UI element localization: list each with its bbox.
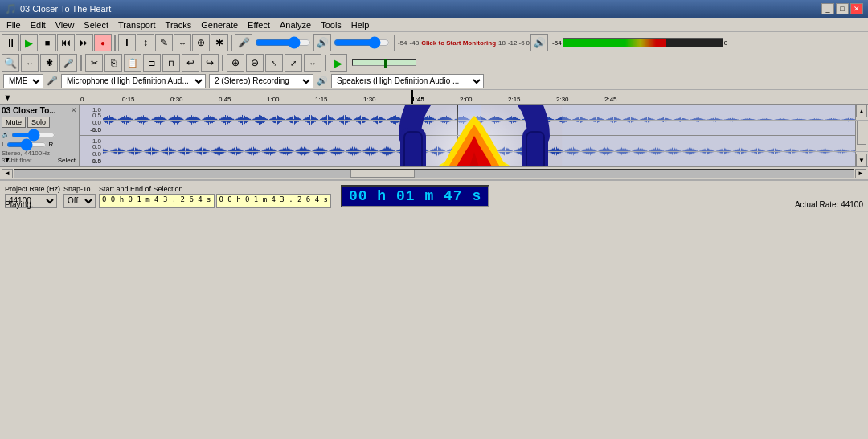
play-button[interactable]: ▶ xyxy=(20,34,38,51)
input-gain-slider[interactable] xyxy=(255,39,311,46)
vertical-scrollbar[interactable]: ▲ ▼ xyxy=(855,105,868,166)
toolbar-separator-3 xyxy=(394,35,395,51)
scale-neg1.0-top: -1.0 xyxy=(80,126,103,133)
track-area-container: ▼ 0 0:15 0:30 0:45 1:00 1:15 1:30 1:45 2… xyxy=(0,90,868,179)
mic-small-btn[interactable]: 🎤 xyxy=(59,54,77,72)
zoom-tool[interactable]: ↔ xyxy=(174,34,191,51)
input-device-select[interactable]: Microphone (High Definition Aud... xyxy=(61,74,206,88)
transport-toolbar: ⏸ ▶ ■ ⏮ ⏭ ● I ↕ ✎ ↔ ⊕ ✱ 🎤 🔊 -54-48 Click… xyxy=(0,32,868,53)
horizontal-scrollbar[interactable]: ◄ ► xyxy=(0,166,868,179)
trim-btn[interactable]: ⊐ xyxy=(143,54,161,72)
click-to-monitor[interactable]: Click to Start Monitoring xyxy=(421,39,496,47)
menu-select[interactable]: Select xyxy=(79,20,113,30)
menu-help[interactable]: Help xyxy=(346,20,375,30)
hscroll-left-btn[interactable]: ◄ xyxy=(2,169,13,178)
toolbar-separator-2 xyxy=(231,35,232,51)
toolbar-separator-1 xyxy=(114,35,116,51)
close-button[interactable]: ✕ xyxy=(850,3,863,14)
minimize-button[interactable]: _ xyxy=(821,3,834,14)
menu-edit[interactable]: Edit xyxy=(26,20,51,30)
copy-btn[interactable]: ⎘ xyxy=(104,54,122,72)
hscroll-track[interactable] xyxy=(14,169,854,178)
ibeam-tool[interactable]: I xyxy=(118,34,136,51)
ruler-200: 2:00 xyxy=(460,96,473,103)
host-select[interactable]: MME xyxy=(3,74,43,88)
multi-tool[interactable]: ✱ xyxy=(211,34,228,51)
solo-button[interactable]: Solo xyxy=(27,117,50,128)
selection-label: Start and End of Selection xyxy=(99,185,183,193)
playback-cursor-top xyxy=(457,105,458,135)
ruler-245: 2:45 xyxy=(604,96,617,103)
expand-btn[interactable]: ▼ xyxy=(3,154,11,164)
menu-transport[interactable]: Transport xyxy=(113,20,161,30)
cut-btn[interactable]: ✂ xyxy=(85,54,103,72)
track-controls: ✕ 03 Closer To... Mute Solo 🔊 L R xyxy=(0,105,80,166)
timeshift-tool[interactable]: ⊕ xyxy=(192,34,210,51)
output-level xyxy=(334,38,390,47)
selection-end[interactable]: 0 0 h 0 1 m 4 3 . 2 6 4 s xyxy=(216,194,331,208)
redo-btn[interactable]: ↪ xyxy=(201,54,219,72)
hscroll-thumb[interactable] xyxy=(350,170,415,178)
zoom-fit-btn[interactable]: ↔ xyxy=(21,54,39,72)
silence-btn[interactable]: ⊓ xyxy=(162,54,180,72)
scroll-down-btn[interactable]: ▼ xyxy=(856,154,867,166)
monitor-speaker[interactable]: 🔊 xyxy=(530,34,548,51)
paste-btn[interactable]: 📋 xyxy=(124,54,141,72)
stop-button[interactable]: ■ xyxy=(39,34,56,51)
track-mute-solo-row: Mute Solo xyxy=(2,117,77,128)
scroll-up-btn[interactable]: ▲ xyxy=(856,105,867,117)
draw-tool[interactable]: ✎ xyxy=(155,34,173,51)
zoom-in-btn[interactable]: 🔍 xyxy=(2,54,19,72)
menu-effect[interactable]: Effect xyxy=(243,20,275,30)
zoom-sel[interactable]: ⤡ xyxy=(265,54,283,72)
ruler-arrow: ▼ xyxy=(3,92,12,102)
skip-start-button[interactable]: ⏮ xyxy=(57,34,75,51)
zoom-fit-2[interactable]: ⤢ xyxy=(285,54,302,72)
vu-scale: -54-48 Click to Start Monitoring 18 -12-… xyxy=(398,39,530,47)
playing-status: Playing. xyxy=(5,200,34,209)
undo-btn[interactable]: ↩ xyxy=(182,54,199,72)
menu-tracks[interactable]: Tracks xyxy=(161,20,197,30)
timeline-ruler: ▼ 0 0:15 0:30 0:45 1:00 1:15 1:30 1:45 2… xyxy=(0,90,868,105)
menu-analyze[interactable]: Analyze xyxy=(275,20,316,30)
play-sel[interactable]: ▶ xyxy=(330,54,347,72)
zoom-full[interactable]: ↔ xyxy=(304,54,321,72)
zero-line-top xyxy=(103,120,868,121)
record-button[interactable]: ● xyxy=(94,34,112,51)
speaker-btn[interactable]: 🔊 xyxy=(313,34,331,51)
speed-slider[interactable] xyxy=(352,59,416,66)
envelope-tool[interactable]: ↕ xyxy=(137,34,154,51)
scale-0.5-bot: 0.5 xyxy=(80,143,103,150)
menu-view[interactable]: View xyxy=(51,20,80,30)
gain-slider[interactable] xyxy=(11,133,55,137)
mute-button[interactable]: Mute xyxy=(2,117,26,128)
zoom-in-2[interactable]: ⊕ xyxy=(227,54,244,72)
project-rate-label: Project Rate (Hz) xyxy=(5,185,60,193)
actual-rate: Actual Rate: 44100 xyxy=(795,200,863,209)
channels-select[interactable]: 2 (Stereo) Recording xyxy=(209,74,313,88)
ruler-115: 1:15 xyxy=(315,96,328,103)
scroll-thumb[interactable] xyxy=(857,121,866,145)
pan-slider[interactable] xyxy=(6,142,47,147)
scale-0.0-bot: 0.0 xyxy=(80,150,103,158)
track-close-btn[interactable]: ✕ xyxy=(71,106,77,114)
zoom-out-btn[interactable]: ✱ xyxy=(40,54,58,72)
pause-button[interactable]: ⏸ xyxy=(2,34,19,51)
snap-to-select[interactable]: Off xyxy=(63,194,96,208)
selection-start[interactable]: 0 0 h 0 1 m 4 3 . 2 6 4 s xyxy=(99,194,214,208)
select-btn[interactable]: Select xyxy=(58,154,76,164)
ruler-cursor xyxy=(411,90,413,104)
mic-btn[interactable]: 🎤 xyxy=(235,34,252,51)
hscroll-right-btn[interactable]: ► xyxy=(855,169,866,178)
menu-tools[interactable]: Tools xyxy=(316,20,346,30)
maximize-button[interactable]: □ xyxy=(836,3,849,14)
output-device-select[interactable]: Speakers (High Definition Audio ... xyxy=(331,74,484,88)
edit-separator xyxy=(80,55,82,71)
menu-generate[interactable]: Generate xyxy=(196,20,243,30)
waveform-area[interactable]: 1.0 0.5 0.0 -0.5 -1.0 1.0 0.5 0.0 -0.5 -… xyxy=(80,105,868,166)
menu-file[interactable]: File xyxy=(2,20,26,30)
skip-end-button[interactable]: ⏭ xyxy=(76,34,93,51)
output-gain-slider[interactable] xyxy=(334,39,390,46)
zoom-out-2[interactable]: ⊖ xyxy=(246,54,264,72)
top-channel: 1.0 0.5 0.0 -0.5 -1.0 xyxy=(80,105,868,136)
